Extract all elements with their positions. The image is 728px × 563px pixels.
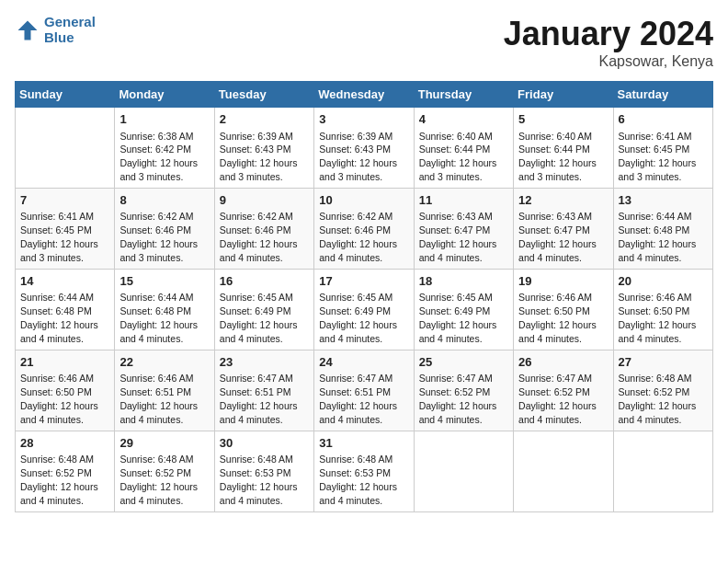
day-number: 19 [518, 273, 608, 290]
weekday-header-tuesday: Tuesday [214, 82, 313, 108]
day-number: 3 [319, 111, 408, 128]
calendar-cell: 18Sunrise: 6:45 AMSunset: 6:49 PMDayligh… [414, 269, 513, 350]
day-number: 13 [619, 192, 708, 209]
day-number: 24 [319, 354, 408, 371]
cell-content: Sunrise: 6:46 AMSunset: 6:51 PMDaylight:… [119, 373, 198, 425]
location: Kapsowar, Kenya [504, 53, 713, 70]
cell-content: Sunrise: 6:44 AMSunset: 6:48 PMDaylight:… [20, 292, 98, 344]
weekday-header-saturday: Saturday [613, 82, 712, 108]
calendar-cell: 4Sunrise: 6:40 AMSunset: 6:44 PMDaylight… [414, 108, 513, 189]
cell-content: Sunrise: 6:45 AMSunset: 6:49 PMDaylight:… [419, 292, 497, 344]
calendar-cell: 24Sunrise: 6:47 AMSunset: 6:51 PMDayligh… [314, 350, 414, 431]
day-number: 7 [20, 192, 109, 209]
calendar-cell [613, 431, 712, 511]
calendar-cell: 11Sunrise: 6:43 AMSunset: 6:47 PMDayligh… [414, 188, 513, 269]
day-number: 1 [119, 111, 209, 128]
calendar-cell: 6Sunrise: 6:41 AMSunset: 6:45 PMDaylight… [613, 108, 712, 189]
cell-content: Sunrise: 6:42 AMSunset: 6:46 PMDaylight:… [220, 211, 298, 263]
cell-content: Sunrise: 6:42 AMSunset: 6:46 PMDaylight:… [119, 211, 198, 263]
day-number: 15 [119, 273, 209, 290]
day-number: 23 [220, 354, 309, 371]
calendar-cell: 5Sunrise: 6:40 AMSunset: 6:44 PMDaylight… [514, 108, 613, 189]
title-block: January 2024 Kapsowar, Kenya [504, 15, 713, 70]
logo-blue: Blue [44, 30, 96, 46]
calendar-cell: 13Sunrise: 6:44 AMSunset: 6:48 PMDayligh… [613, 188, 712, 269]
day-number: 6 [619, 111, 708, 128]
cell-content: Sunrise: 6:46 AMSunset: 6:50 PMDaylight:… [518, 292, 597, 344]
day-number: 21 [20, 354, 109, 371]
cell-content: Sunrise: 6:45 AMSunset: 6:49 PMDaylight:… [220, 292, 298, 344]
cell-content: Sunrise: 6:41 AMSunset: 6:45 PMDaylight:… [619, 131, 697, 183]
day-number: 27 [619, 354, 708, 371]
day-number: 14 [20, 273, 109, 290]
day-number: 25 [419, 354, 508, 371]
weekday-header-sunday: Sunday [16, 82, 115, 108]
cell-content: Sunrise: 6:48 AMSunset: 6:52 PMDaylight:… [619, 373, 697, 425]
day-number: 8 [119, 192, 209, 209]
calendar-cell: 17Sunrise: 6:45 AMSunset: 6:49 PMDayligh… [314, 269, 414, 350]
calendar-cell: 28Sunrise: 6:48 AMSunset: 6:52 PMDayligh… [16, 431, 115, 511]
calendar-week-3: 14Sunrise: 6:44 AMSunset: 6:48 PMDayligh… [16, 269, 713, 350]
calendar-cell: 29Sunrise: 6:48 AMSunset: 6:52 PMDayligh… [115, 431, 214, 511]
cell-content: Sunrise: 6:43 AMSunset: 6:47 PMDaylight:… [419, 211, 497, 263]
cell-content: Sunrise: 6:46 AMSunset: 6:50 PMDaylight:… [619, 292, 697, 344]
calendar-cell: 14Sunrise: 6:44 AMSunset: 6:48 PMDayligh… [16, 269, 115, 350]
day-number: 9 [220, 192, 309, 209]
calendar-cell [514, 431, 613, 511]
calendar-cell: 30Sunrise: 6:48 AMSunset: 6:53 PMDayligh… [214, 431, 313, 511]
calendar-cell: 27Sunrise: 6:48 AMSunset: 6:52 PMDayligh… [613, 350, 712, 431]
logo-text: General Blue [44, 15, 96, 45]
day-number: 2 [220, 111, 309, 128]
calendar-cell [16, 108, 115, 189]
calendar-cell: 9Sunrise: 6:42 AMSunset: 6:46 PMDaylight… [214, 188, 313, 269]
cell-content: Sunrise: 6:45 AMSunset: 6:49 PMDaylight:… [319, 292, 397, 344]
calendar-cell: 10Sunrise: 6:42 AMSunset: 6:46 PMDayligh… [314, 188, 414, 269]
calendar-week-5: 28Sunrise: 6:48 AMSunset: 6:52 PMDayligh… [16, 431, 713, 511]
weekday-header-row: SundayMondayTuesdayWednesdayThursdayFrid… [16, 82, 713, 108]
day-number: 11 [419, 192, 508, 209]
calendar-week-2: 7Sunrise: 6:41 AMSunset: 6:45 PMDaylight… [16, 188, 713, 269]
calendar-cell: 20Sunrise: 6:46 AMSunset: 6:50 PMDayligh… [613, 269, 712, 350]
calendar-cell: 31Sunrise: 6:48 AMSunset: 6:53 PMDayligh… [314, 431, 414, 511]
cell-content: Sunrise: 6:40 AMSunset: 6:44 PMDaylight:… [518, 131, 597, 183]
cell-content: Sunrise: 6:41 AMSunset: 6:45 PMDaylight:… [20, 211, 98, 263]
day-number: 5 [518, 111, 608, 128]
cell-content: Sunrise: 6:44 AMSunset: 6:48 PMDaylight:… [119, 292, 198, 344]
cell-content: Sunrise: 6:48 AMSunset: 6:52 PMDaylight:… [20, 454, 98, 506]
cell-content: Sunrise: 6:47 AMSunset: 6:51 PMDaylight:… [319, 373, 397, 425]
weekday-header-monday: Monday [115, 82, 214, 108]
day-number: 22 [119, 354, 209, 371]
month-title: January 2024 [504, 15, 713, 53]
weekday-header-thursday: Thursday [414, 82, 513, 108]
cell-content: Sunrise: 6:47 AMSunset: 6:52 PMDaylight:… [518, 373, 597, 425]
cell-content: Sunrise: 6:43 AMSunset: 6:47 PMDaylight:… [518, 211, 597, 263]
calendar-cell: 12Sunrise: 6:43 AMSunset: 6:47 PMDayligh… [514, 188, 613, 269]
calendar-cell: 26Sunrise: 6:47 AMSunset: 6:52 PMDayligh… [514, 350, 613, 431]
calendar-cell: 16Sunrise: 6:45 AMSunset: 6:49 PMDayligh… [214, 269, 313, 350]
calendar-cell: 22Sunrise: 6:46 AMSunset: 6:51 PMDayligh… [115, 350, 214, 431]
cell-content: Sunrise: 6:38 AMSunset: 6:42 PMDaylight:… [119, 131, 198, 183]
calendar-cell: 21Sunrise: 6:46 AMSunset: 6:50 PMDayligh… [16, 350, 115, 431]
cell-content: Sunrise: 6:39 AMSunset: 6:43 PMDaylight:… [220, 131, 298, 183]
cell-content: Sunrise: 6:44 AMSunset: 6:48 PMDaylight:… [619, 211, 697, 263]
day-number: 16 [220, 273, 309, 290]
day-number: 10 [319, 192, 408, 209]
day-number: 30 [220, 435, 309, 452]
calendar-cell: 2Sunrise: 6:39 AMSunset: 6:43 PMDaylight… [214, 108, 313, 189]
calendar-table: SundayMondayTuesdayWednesdayThursdayFrid… [15, 81, 713, 512]
cell-content: Sunrise: 6:42 AMSunset: 6:46 PMDaylight:… [319, 211, 397, 263]
calendar-cell: 1Sunrise: 6:38 AMSunset: 6:42 PMDaylight… [115, 108, 214, 189]
cell-content: Sunrise: 6:39 AMSunset: 6:43 PMDaylight:… [319, 131, 397, 183]
cell-content: Sunrise: 6:48 AMSunset: 6:52 PMDaylight:… [119, 454, 198, 506]
cell-content: Sunrise: 6:48 AMSunset: 6:53 PMDaylight:… [220, 454, 298, 506]
cell-content: Sunrise: 6:47 AMSunset: 6:51 PMDaylight:… [220, 373, 298, 425]
svg-marker-1 [18, 20, 38, 40]
calendar-cell: 8Sunrise: 6:42 AMSunset: 6:46 PMDaylight… [115, 188, 214, 269]
cell-content: Sunrise: 6:47 AMSunset: 6:52 PMDaylight:… [419, 373, 497, 425]
day-number: 29 [119, 435, 209, 452]
day-number: 12 [518, 192, 608, 209]
page-header: General Blue January 2024 Kapsowar, Keny… [15, 15, 713, 70]
cell-content: Sunrise: 6:46 AMSunset: 6:50 PMDaylight:… [20, 373, 98, 425]
calendar-cell [414, 431, 513, 511]
day-number: 17 [319, 273, 408, 290]
